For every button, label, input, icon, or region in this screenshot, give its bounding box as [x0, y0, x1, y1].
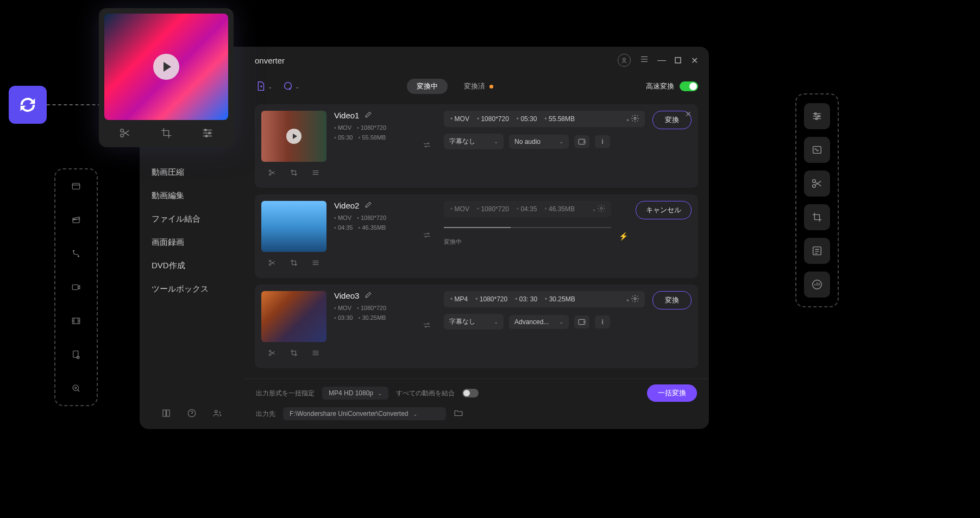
video-preview-card	[99, 8, 234, 147]
output-dir-select[interactable]: F:\Wondershare UniConverter\Converted⌄	[283, 407, 446, 420]
close-icon[interactable]: ✕	[685, 110, 692, 118]
merge-label: すべての動画を結合	[396, 389, 455, 398]
video-row: ✕ Video1 MOV1080*720 05:3055.58MB	[255, 104, 698, 188]
svg-point-10	[205, 129, 207, 131]
book-icon[interactable]	[161, 408, 171, 420]
play-icon[interactable]	[153, 54, 179, 80]
svg-point-19	[269, 174, 271, 175]
record-icon	[68, 279, 84, 295]
minimize-icon[interactable]: —	[658, 56, 665, 64]
sidebar-item-merge[interactable]: ファイル結合	[140, 207, 244, 231]
svg-point-18	[269, 170, 271, 172]
film-icon	[68, 178, 84, 194]
app-title: onverter	[255, 56, 285, 65]
subtitle-icon	[804, 238, 830, 264]
folder-icon[interactable]	[454, 408, 463, 420]
svg-point-22	[269, 260, 271, 262]
cut-icon[interactable]	[263, 254, 281, 271]
video-thumbnail[interactable]	[261, 291, 326, 342]
preview-thumbnail[interactable]	[104, 14, 228, 120]
cc-button[interactable]	[574, 315, 589, 329]
maximize-icon[interactable]	[674, 56, 682, 64]
info-button[interactable]: i	[595, 135, 610, 148]
adjust-icon[interactable]	[307, 254, 324, 271]
equalizer-icon	[804, 271, 830, 298]
merge-toggle[interactable]	[462, 389, 479, 397]
progress-bar	[444, 227, 611, 228]
svg-rect-21	[579, 139, 585, 144]
users-icon[interactable]	[212, 408, 222, 420]
swap-icon	[422, 140, 432, 152]
status-text: 変換中	[444, 238, 611, 246]
svg-point-24	[600, 207, 602, 210]
subtitle-select[interactable]: 字幕なし⌄	[444, 134, 504, 149]
audio-select[interactable]: No audio⌄	[509, 135, 569, 149]
gear-icon	[593, 204, 606, 214]
feature-icons-left	[54, 168, 98, 406]
adjust-icon[interactable]	[199, 124, 216, 142]
sidebar-item-compress[interactable]: 動画圧縮	[140, 161, 244, 184]
close-icon[interactable]: ✕	[690, 56, 698, 64]
add-url-button[interactable]: ⌄	[282, 80, 299, 92]
output-settings[interactable]: MOV1080*72005:3055.58MB	[444, 111, 645, 127]
menu-icon[interactable]	[639, 54, 649, 66]
adjust-icon[interactable]	[307, 344, 324, 362]
video-row: Video2 MOV1080*720 04:3546.35MB MOV1080*…	[255, 194, 698, 278]
edit-icon[interactable]	[365, 111, 372, 120]
video-name: Video1	[334, 111, 359, 120]
gear-icon[interactable]	[626, 114, 639, 124]
svg-rect-32	[813, 147, 821, 154]
sidebar-item-toolbox[interactable]: ツールボックス	[140, 277, 244, 301]
video-thumbnail[interactable]	[261, 111, 326, 162]
info-button[interactable]: i	[595, 315, 610, 329]
output-format-select[interactable]: MP4 HD 1080p⌄	[322, 387, 388, 400]
cc-button[interactable]	[574, 135, 589, 148]
adjust-icon[interactable]	[307, 164, 324, 181]
edit-icon[interactable]	[365, 201, 372, 210]
play-icon[interactable]	[286, 129, 301, 144]
output-settings[interactable]: MP41080*72003: 3030.25MB	[444, 291, 645, 307]
connector-line	[47, 104, 101, 105]
video-name: Video2	[334, 201, 359, 210]
batch-convert-button[interactable]: 一括変換	[647, 384, 697, 402]
cut-icon[interactable]	[116, 124, 134, 142]
video-list: ✕ Video1 MOV1080*720 05:3055.58MB	[244, 99, 709, 378]
edit-icon[interactable]	[365, 291, 372, 300]
high-speed-label: 高速変換	[646, 81, 674, 91]
subtitle-select[interactable]: 字幕なし⌄	[444, 314, 504, 330]
help-icon[interactable]	[187, 408, 197, 420]
add-file-button[interactable]: ⌄	[255, 80, 272, 92]
tab-converting[interactable]: 変換中	[407, 79, 448, 94]
user-avatar-icon[interactable]	[618, 54, 631, 67]
sidebar-item-edit[interactable]: 動画編集	[140, 184, 244, 207]
svg-point-26	[269, 354, 271, 356]
audio-select[interactable]: Advanced...⌄	[509, 315, 569, 329]
toolbar: ⌄ ⌄ 変換中 変換済 高速変換	[244, 74, 709, 99]
crop-icon[interactable]	[285, 344, 303, 362]
svg-point-17	[285, 83, 292, 90]
app-main-window: onverter — ✕ ⌄ ⌄ 変換中 変換済 高速変換 ✕	[244, 47, 709, 429]
crop-icon[interactable]	[158, 124, 175, 142]
svg-point-15	[623, 58, 626, 61]
high-speed-toggle[interactable]	[680, 81, 698, 91]
sliders-icon	[804, 103, 830, 129]
svg-point-11	[209, 132, 211, 134]
cut-icon	[804, 170, 830, 197]
gear-icon[interactable]	[626, 294, 639, 305]
clapper-icon	[68, 212, 84, 228]
sidebar-item-dvd[interactable]: DVD作成	[140, 254, 244, 277]
output-format-label: 出力形式を一括指定	[256, 389, 315, 398]
svg-rect-2	[72, 285, 78, 290]
crop-icon[interactable]	[285, 254, 303, 271]
merge-icon	[68, 245, 84, 262]
file-play-icon	[68, 346, 84, 363]
cancel-button[interactable]: キャンセル	[636, 201, 692, 219]
sidebar-item-record[interactable]: 画面録画	[140, 231, 244, 254]
cut-icon[interactable]	[263, 344, 281, 362]
cut-icon[interactable]	[263, 164, 281, 181]
tab-converted[interactable]: 変換済	[464, 81, 493, 91]
video-name: Video3	[334, 291, 359, 300]
crop-icon[interactable]	[285, 164, 303, 181]
convert-button[interactable]: 変換	[652, 291, 692, 309]
video-thumbnail[interactable]	[261, 201, 326, 252]
